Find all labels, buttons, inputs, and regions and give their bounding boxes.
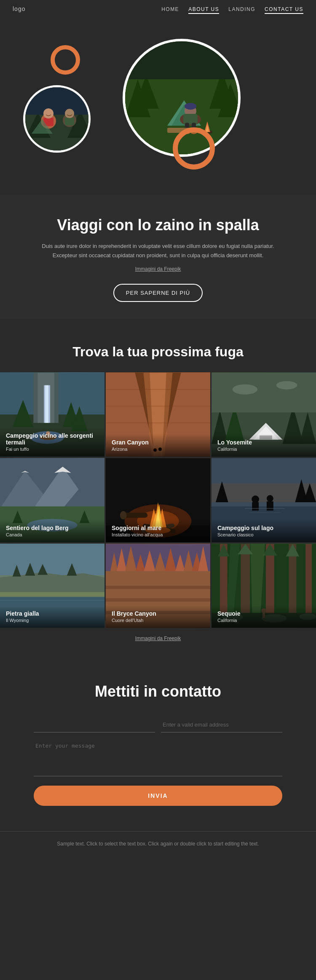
nav-item-about[interactable]: ABOUT US: [188, 5, 219, 13]
grid-item-title-6: Campeggio sul lago: [217, 525, 310, 531]
grid-item-waterfall[interactable]: Campeggio vicino alle sorgenti termali F…: [0, 372, 104, 457]
grid-item-overlay-3: Lo Yosemite California: [212, 434, 316, 457]
grid-item-overlay-6: Campeggio sul lago Scenario classico: [212, 520, 316, 542]
grid-item-subtitle-6: Scenario classico: [217, 532, 310, 537]
contact-title: Mettiti in contatto: [34, 683, 282, 700]
grid-item-subtitle-2: Arizona: [112, 447, 204, 452]
grid-item-overlay-8: Il Bryce Canyon Cuore dell'Utah: [106, 605, 210, 628]
grid-item-bryce[interactable]: Il Bryce Canyon Cuore dell'Utah: [106, 544, 210, 628]
nav-item-contact[interactable]: CONTACT US: [265, 5, 303, 13]
destinations-grid: Campeggio vicino alle sorgenti termali F…: [0, 372, 316, 628]
grid-item-sequoia[interactable]: Sequoie California: [212, 544, 316, 628]
grid-item-subtitle-9: California: [217, 618, 310, 623]
hero-circles: [0, 18, 316, 195]
freepik-link-hero[interactable]: Immagini da Freepik: [34, 266, 282, 272]
grid-item-title-4: Sentiero del lago Berg: [6, 525, 99, 531]
svg-rect-34: [25, 87, 91, 115]
grid-item-campfire[interactable]: Soggiorni al mare Installato vicino all'…: [106, 458, 210, 542]
grid-item-title-5: Soggiorni al mare: [112, 525, 204, 531]
grid-item-subtitle-3: California: [217, 447, 310, 452]
grid-item-mountains[interactable]: Sentiero del lago Berg Canada: [0, 458, 104, 542]
svg-point-96: [120, 511, 127, 520]
svg-rect-106: [267, 501, 273, 511]
orange-ring-top-left: [51, 45, 80, 75]
destinations-section: Trova la tua prossima fuga: [0, 319, 316, 657]
grid-item-subtitle-1: Fai un tuffo: [6, 447, 99, 452]
grid-item-canyon[interactable]: Gran Canyon Arizona: [106, 372, 210, 457]
freepik-below: Immagini da Freepik: [0, 628, 316, 649]
grid-item-title-9: Sequoie: [217, 610, 310, 617]
footer-text: Sample text. Click to select the text bo…: [25, 840, 291, 848]
logo: logo: [13, 5, 25, 12]
grid-item-overlay-2: Gran Canyon Arizona: [106, 434, 210, 457]
grid-item-overlay-1: Campeggio vicino alle sorgenti termali F…: [0, 427, 104, 457]
footer-note: Sample text. Click to select the text bo…: [0, 831, 316, 861]
grid-item-subtitle-7: Il Wyoming: [6, 618, 99, 623]
nav-item-home[interactable]: HOME: [161, 5, 179, 13]
hero-section: [0, 18, 316, 195]
svg-point-35: [43, 108, 54, 118]
grid-item-overlay-5: Soggiorni al mare Installato vicino all'…: [106, 520, 210, 542]
destinations-title: Trova la tua prossima fuga: [0, 344, 316, 360]
svg-rect-124: [0, 592, 104, 597]
hero-small-circle: [23, 85, 91, 153]
grid-item-title-8: Il Bryce Canyon: [112, 610, 204, 617]
submit-button[interactable]: INVIA: [34, 786, 282, 806]
hero-title: Viaggi con lo zaino in spalla: [34, 216, 282, 234]
svg-rect-69: [212, 373, 316, 412]
grid-item-title-7: Pietra gialla: [6, 610, 99, 617]
svg-rect-12: [185, 105, 196, 108]
orange-ring-bottom-right: [173, 127, 215, 170]
svg-point-36: [65, 109, 74, 118]
svg-rect-42: [45, 385, 48, 423]
hero-text-section: Viaggi con lo zaino in spalla Duis aute …: [0, 195, 316, 319]
svg-rect-104: [252, 502, 259, 511]
grid-item-title-1: Campeggio vicino alle sorgenti termali: [6, 432, 99, 446]
grid-item-yosemite[interactable]: Lo Yosemite California: [212, 372, 316, 457]
grid-item-lake[interactable]: Campeggio sul lago Scenario classico: [212, 458, 316, 542]
grid-item-title-2: Gran Canyon: [112, 439, 204, 446]
grid-item-overlay-4: Sentiero del lago Berg Canada: [0, 520, 104, 542]
grid-item-overlay-7: Pietra gialla Il Wyoming: [0, 605, 104, 628]
grid-item-subtitle-8: Cuore dell'Utah: [112, 618, 204, 623]
svg-rect-102: [212, 502, 316, 506]
contact-form: INVIA: [34, 717, 282, 806]
email-input[interactable]: [161, 717, 282, 732]
svg-rect-32: [65, 118, 74, 125]
hero-description: Duis aute irure dolor in reprehenderit i…: [34, 242, 282, 260]
nav-item-landing[interactable]: LANDING: [228, 5, 255, 13]
name-input[interactable]: [34, 717, 155, 732]
svg-rect-140: [106, 598, 210, 602]
grid-item-overlay-9: Sequoie California: [212, 605, 316, 628]
freepik-link-destinations[interactable]: Immagini da Freepik: [135, 635, 181, 641]
svg-point-103: [252, 495, 259, 503]
grid-item-title-3: Lo Yosemite: [217, 439, 310, 446]
navigation: logo HOME ABOUT US LANDING CONTACT US: [0, 0, 316, 18]
message-textarea[interactable]: [34, 738, 282, 776]
form-row-name-email: [34, 717, 282, 732]
grid-item-subtitle-4: Canada: [6, 532, 99, 537]
nav-links: HOME ABOUT US LANDING CONTACT US: [161, 5, 303, 13]
contact-section: Mettiti in contatto INVIA: [0, 657, 316, 831]
grid-item-yellowstone[interactable]: Pietra gialla Il Wyoming: [0, 544, 104, 628]
svg-rect-22: [125, 41, 241, 79]
learn-more-button[interactable]: PER SAPERNE DI PIÙ: [113, 284, 203, 302]
svg-point-71: [276, 381, 297, 390]
svg-rect-13: [183, 114, 198, 124]
svg-point-70: [233, 385, 258, 395]
svg-rect-139: [106, 586, 210, 589]
grid-item-subtitle-5: Installato vicino all'acqua: [112, 532, 204, 537]
svg-point-105: [267, 495, 273, 502]
